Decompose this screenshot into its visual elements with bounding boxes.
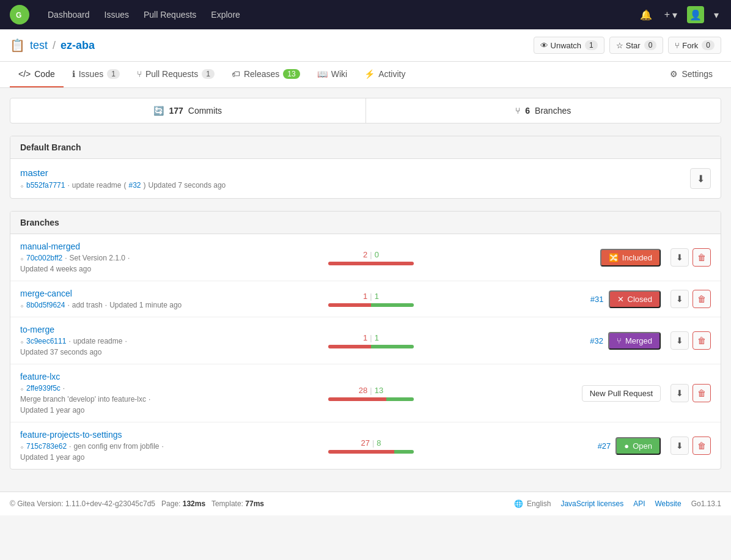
download-icon: ⬇ (676, 294, 683, 304)
branch-commit-msg-4: gen config env from jobfile (73, 442, 159, 451)
branch-download-button-3[interactable]: ⬇ (670, 384, 689, 402)
commit-msg-separator: · (67, 181, 69, 190)
branch-updated-4: Updated 1 year ago (20, 453, 84, 462)
branch-delete-button-3[interactable]: 🗑 (692, 384, 711, 402)
site-logo[interactable]: G (10, 5, 29, 24)
tab-wiki[interactable]: 📖 Wiki (309, 62, 356, 87)
branch-name-link-2[interactable]: to-merge (20, 325, 191, 334)
template-time: 77ms (245, 499, 264, 508)
behind-bar-4 (328, 450, 394, 454)
commits-stat[interactable]: 🔄 177 Commits (10, 98, 366, 123)
default-branch-name-link[interactable]: master (20, 168, 690, 178)
js-licenses-link[interactable]: JavaScript licenses (560, 499, 623, 508)
pr-link-2[interactable]: #32 (590, 336, 603, 345)
branch-delete-button-0[interactable]: 🗑 (692, 248, 711, 267)
table-row: feature-projects-to-settings ⬦ 715c783e6… (10, 422, 721, 469)
ahead-bar-1 (371, 303, 414, 307)
branch-commit-msg-1: add trash (72, 301, 103, 309)
pr-badge: 1 (202, 69, 215, 79)
branch-commit-hash-3[interactable]: 2ffe939f5c (26, 384, 61, 392)
closed-badge-1[interactable]: ✕ Closed (609, 290, 661, 308)
user-avatar[interactable]: 👤 (687, 6, 704, 23)
branch-delete-button-4[interactable]: 🗑 (692, 437, 711, 455)
create-button[interactable]: + ▾ (662, 7, 680, 23)
fork-button[interactable]: ⑂ Fork 0 (668, 37, 721, 54)
website-link[interactable]: Website (655, 499, 681, 508)
branch-status-0: 🔀 Included (551, 249, 661, 267)
new-pr-button-3[interactable]: New Pull Request (582, 385, 661, 402)
branch-meta-3: ⬦ 2ffe939f5c · Merge branch 'develop' in… (20, 384, 191, 414)
branch-name-link-4[interactable]: feature-projects-to-settings (20, 430, 191, 440)
branch-commit-hash-4[interactable]: 715c783e62 (26, 442, 67, 451)
branch-actions-3: ⬇ 🗑 (668, 384, 711, 402)
behind-bar-1 (328, 303, 371, 307)
branch-name-link-1[interactable]: merge-cancel (20, 289, 191, 298)
branch-info-3: feature-lxc ⬦ 2ffe939f5c · Merge branch … (20, 372, 191, 414)
progress-bar-4 (328, 450, 414, 454)
branch-download-button-1[interactable]: ⬇ (670, 290, 689, 308)
repo-action-buttons: 👁 Unwatch 1 ☆ Star 0 ⑂ Fork 0 (534, 37, 721, 54)
commit-dot-icon: ⬦ (20, 385, 24, 392)
notification-button[interactable]: 🔔 (637, 7, 655, 23)
api-link[interactable]: API (633, 499, 645, 508)
page-label: Page: (161, 499, 180, 508)
download-icon: ⬇ (676, 388, 683, 398)
default-commit-hash-link[interactable]: b552fa7771 (26, 181, 65, 190)
branch-progress-2: 1 | 1 (199, 333, 543, 348)
nav-explore[interactable]: Explore (205, 6, 246, 23)
tab-pull-requests[interactable]: ⑂ Pull Requests 1 (128, 62, 223, 87)
commit-dot-icon: ⬦ (20, 255, 24, 262)
star-button[interactable]: ☆ Star 0 (609, 37, 664, 54)
default-branch-row: master ⬦ b552fa7771 · update readme ( #3… (10, 159, 721, 198)
tab-settings[interactable]: ⚙ Settings (661, 62, 721, 87)
branch-delete-button-2[interactable]: 🗑 (692, 331, 711, 350)
branch-commit-hash-2[interactable]: 3c9eec6111 (26, 337, 66, 345)
branch-commit-hash-0[interactable]: 70c002bff2 (26, 254, 62, 262)
table-row: feature-lxc ⬦ 2ffe939f5c · Merge branch … (10, 364, 721, 422)
plus-icon: + (664, 9, 670, 20)
ahead-count-1: 1 (375, 292, 379, 301)
fork-icon: ⑂ (675, 41, 680, 50)
repo-name-link[interactable]: ez-aba (61, 39, 95, 52)
included-badge-0[interactable]: 🔀 Included (600, 249, 661, 267)
branch-progress-3: 28 | 13 (199, 386, 543, 401)
default-branch-download-button[interactable]: ⬇ (690, 168, 711, 189)
branch-download-button-0[interactable]: ⬇ (670, 248, 689, 267)
unwatch-button[interactable]: 👁 Unwatch 1 (534, 37, 604, 54)
branches-stat[interactable]: ⑂ 6 Branches (366, 98, 721, 123)
repo-owner-link[interactable]: test (30, 39, 48, 52)
nav-pull-requests[interactable]: Pull Requests (138, 6, 202, 23)
title-separator: / (53, 39, 56, 52)
branch-meta-1: ⬦ 8b0d5f9624 · add trash · Updated 1 min… (20, 301, 191, 309)
status-label-3: New Pull Request (590, 389, 653, 398)
default-branch-info: master ⬦ b552fa7771 · update readme ( #3… (20, 168, 690, 190)
nav-dashboard[interactable]: Dashboard (42, 6, 96, 23)
branch-info-1: merge-cancel ⬦ 8b0d5f9624 · add trash · … (20, 289, 191, 309)
pr-link-4[interactable]: #27 (598, 441, 611, 451)
branch-delete-button-1[interactable]: 🗑 (692, 290, 711, 308)
default-pr-link[interactable]: #32 (128, 181, 141, 190)
ahead-bar-3 (386, 397, 414, 401)
merge-icon: 🔀 (609, 253, 619, 262)
behind-bar-3 (328, 397, 386, 401)
open-badge-4[interactable]: ● Open (615, 437, 661, 455)
branch-name-link-3[interactable]: feature-lxc (20, 372, 191, 381)
branch-download-button-2[interactable]: ⬇ (670, 331, 689, 350)
branches-section: Branches manual-merged ⬦ 70c002bff2 · Se… (10, 211, 721, 470)
progress-bar-2 (328, 345, 414, 348)
tab-code[interactable]: </> Code (10, 62, 64, 87)
user-menu-button[interactable]: ▾ (711, 7, 721, 23)
pr-link-1[interactable]: #31 (590, 295, 604, 304)
globe-icon: 🌐 (514, 499, 523, 508)
tab-releases[interactable]: 🏷 Releases 13 (223, 62, 309, 87)
branch-name-link-0[interactable]: manual-merged (20, 241, 191, 251)
nav-issues[interactable]: Issues (98, 6, 135, 23)
default-branch-section: Default Branch master ⬦ b552fa7771 · upd… (10, 136, 721, 199)
fork-label: Fork (682, 41, 698, 50)
branch-download-button-4[interactable]: ⬇ (670, 437, 689, 455)
tab-activity[interactable]: ⚡ Activity (356, 62, 414, 87)
commit-dot-icon: ⬦ (20, 182, 24, 189)
merged-badge-2[interactable]: ⑂ Merged (608, 332, 661, 350)
branch-commit-hash-1[interactable]: 8b0d5f9624 (26, 301, 65, 309)
tab-issues[interactable]: ℹ Issues 1 (64, 62, 128, 87)
